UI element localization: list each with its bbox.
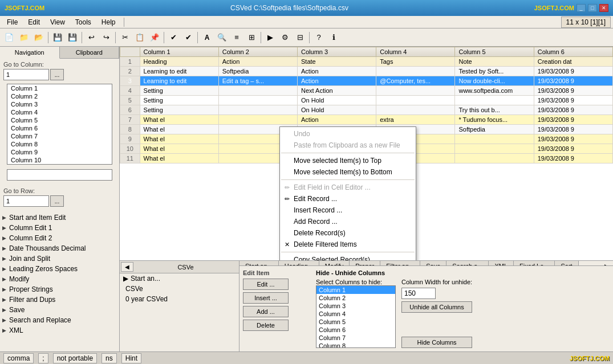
table-cell[interactable]: 19/03/2008 9 — [534, 154, 612, 163]
table-row[interactable]: 4SettingNext Actionwww.softpedia.com19/0… — [120, 86, 613, 96]
list-button[interactable]: ≡ — [230, 31, 243, 44]
grid-container[interactable]: Column 1 Column 2 Column 3 Column 4 Colu… — [120, 47, 613, 260]
table-cell[interactable]: 19/03/2008 9 — [534, 144, 612, 154]
bt-row-year[interactable]: 0 year CSVed — [120, 294, 239, 304]
grid-button[interactable]: ⊞ — [245, 31, 258, 44]
more-tabs-button[interactable]: ▶ — [601, 261, 613, 265]
table-cell[interactable]: Learning to edit — [140, 67, 218, 76]
check-button[interactable]: ✔ — [167, 31, 180, 44]
context-menu-item[interactable]: ✕Delete Filtered Items — [280, 239, 416, 250]
table-cell[interactable]: 19/03/2008 9 — [534, 76, 612, 86]
col-list-item[interactable]: Column 3 — [7, 100, 112, 108]
table-cell[interactable]: 19/03/2008 9 — [534, 86, 612, 96]
col-select-item-4[interactable]: Column 4 — [316, 310, 395, 318]
column-list[interactable]: Column 1 Column 2 Column 3 Column 4 Colu… — [7, 84, 112, 165]
col-list-item[interactable]: Column 6 — [7, 124, 112, 132]
menu-tools[interactable]: Tools — [71, 17, 96, 27]
menu-file[interactable]: File — [2, 17, 22, 27]
save-as-button[interactable]: 💾 — [66, 31, 79, 44]
col-select-item-1[interactable]: Column 1 — [316, 286, 395, 294]
table-cell[interactable]: Heading — [140, 57, 218, 67]
table-cell[interactable] — [455, 154, 534, 163]
open-button[interactable]: 📁 — [17, 31, 31, 44]
tree-item-coledit1[interactable]: ▶ Column Edit 1 — [0, 223, 119, 233]
layout-button[interactable]: ⊟ — [293, 31, 307, 44]
settings-button[interactable]: ⚙ — [278, 31, 292, 44]
col-select-item-2[interactable]: Column 2 — [316, 294, 395, 302]
table-cell[interactable]: @Computer, tes... — [376, 76, 455, 86]
table-cell[interactable] — [455, 144, 534, 154]
col-header-2[interactable]: Column 2 — [218, 47, 297, 57]
menu-help[interactable]: Help — [97, 17, 120, 27]
table-cell[interactable]: * Tudumo focus... — [455, 115, 534, 125]
table-cell[interactable] — [218, 115, 297, 125]
col-list-item[interactable]: Column 9 — [7, 148, 112, 156]
table-cell[interactable]: Now double-cli... — [455, 76, 534, 86]
tree-item-xml[interactable]: ▶ XML — [0, 325, 119, 336]
col-header-3[interactable]: Column 3 — [298, 47, 376, 57]
edit-item-add-btn[interactable]: Add ... — [243, 306, 289, 317]
table-cell[interactable]: Action — [218, 57, 297, 67]
col-header-4[interactable]: Column 4 — [376, 47, 455, 57]
table-cell[interactable]: www.softpedia.com — [455, 86, 534, 96]
context-menu-item[interactable]: Move selected Item(s) to Top — [280, 155, 416, 166]
edit-item-edit-btn[interactable]: Edit ... — [243, 279, 289, 290]
col-list-item[interactable]: Column 1 — [7, 84, 112, 92]
copy-button[interactable]: 📋 — [133, 31, 147, 44]
table-row[interactable]: 2Learning to editSoftpediaActionTested b… — [120, 67, 613, 76]
col-header-5[interactable]: Column 5 — [455, 47, 534, 57]
table-cell[interactable] — [376, 67, 455, 76]
table-cell[interactable]: State — [298, 57, 376, 67]
help-button[interactable]: ? — [312, 31, 326, 44]
table-cell[interactable]: Setting — [140, 96, 218, 105]
go-to-row-input[interactable] — [3, 195, 49, 207]
width-input[interactable] — [401, 288, 436, 299]
bold-button[interactable]: A — [200, 31, 214, 44]
col-header-6[interactable]: Column 6 — [534, 47, 612, 57]
context-menu-item[interactable]: Move selected Item(s) to Bottom — [280, 166, 416, 178]
unhide-all-button[interactable]: Unhide all Columns — [401, 301, 472, 313]
table-cell[interactable] — [376, 86, 455, 96]
context-menu-item[interactable]: ✏Edit Record ... — [280, 193, 416, 205]
menu-edit[interactable]: Edit — [23, 17, 44, 27]
table-row[interactable]: 5SettingOn Hold19/03/2008 9 — [120, 96, 613, 105]
context-menu-item[interactable]: Insert Record ... — [280, 205, 416, 216]
col-list-item[interactable]: Column 2 — [7, 92, 112, 100]
context-menu-item[interactable]: Copy Selected Record(s) — [280, 254, 416, 260]
table-cell[interactable]: extra — [376, 115, 455, 125]
col-select-item-3[interactable]: Column 3 — [316, 302, 395, 310]
table-cell[interactable]: Action — [298, 67, 376, 76]
context-menu-item[interactable]: Add Record ... — [280, 216, 416, 227]
table-cell[interactable]: Next Action — [298, 86, 376, 96]
table-cell[interactable]: What el — [140, 154, 218, 163]
minimize-button[interactable]: _ — [577, 4, 586, 12]
tab-clipboard[interactable]: Clipboard — [60, 47, 120, 58]
table-cell[interactable]: 19/03/2008 9 — [534, 67, 612, 76]
table-cell[interactable]: Softpedia — [455, 125, 534, 134]
bt-row-start[interactable]: ▶ Start an... — [120, 273, 239, 284]
table-cell[interactable]: What el — [140, 125, 218, 134]
table-cell[interactable]: 19/03/2008 9 — [534, 96, 612, 105]
table-cell[interactable]: 19/03/2008 9 — [534, 125, 612, 134]
edit-item-delete-btn[interactable]: Delete — [243, 320, 289, 331]
open-recent-button[interactable]: 📂 — [32, 31, 46, 44]
table-cell[interactable]: Note — [455, 57, 534, 67]
bt-tab-heading[interactable]: Heading... — [279, 261, 319, 265]
table-cell[interactable]: What el — [140, 115, 218, 125]
table-cell[interactable] — [218, 86, 297, 96]
new-button[interactable]: 📄 — [2, 31, 16, 44]
table-cell[interactable]: Edit a tag – s... — [218, 76, 297, 86]
search-input[interactable] — [7, 169, 112, 181]
table-cell[interactable]: Learning to edit — [140, 76, 218, 86]
col-select-list[interactable]: Column 1 Column 2 Column 3 Column 4 Colu… — [316, 285, 396, 348]
bt-tab-filter[interactable]: Filter an... — [380, 261, 420, 265]
col-header-1[interactable]: Column 1 — [140, 47, 218, 57]
col-list-item[interactable]: Column 5 — [7, 116, 112, 124]
bt-tab-save[interactable]: Save — [420, 261, 446, 265]
table-cell[interactable]: What el — [140, 144, 218, 154]
go-to-column-input[interactable] — [3, 69, 49, 80]
table-cell[interactable]: Setting — [140, 105, 218, 115]
table-cell[interactable]: Tags — [376, 57, 455, 67]
col-list-item[interactable]: Column 7 — [7, 132, 112, 140]
go-to-column-button[interactable]: ... — [50, 69, 64, 80]
